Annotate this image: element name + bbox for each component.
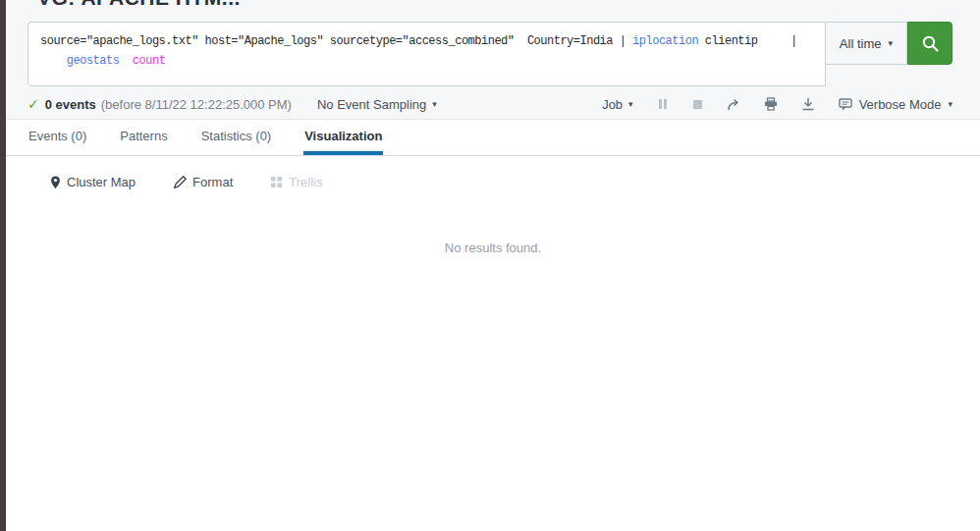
search-button[interactable] bbox=[907, 22, 953, 65]
job-status-bar: ✓ 0 events (before 8/11/22 12:22:25.000 … bbox=[27, 96, 953, 112]
viz-type-picker-cluster-map[interactable]: Cluster Map bbox=[50, 175, 136, 189]
format-button[interactable]: Format bbox=[173, 175, 233, 189]
spl-segment-command: geostats bbox=[67, 54, 120, 68]
map-pin-icon bbox=[50, 176, 61, 189]
search-bar: source="apache_logs.txt" host="Apache_lo… bbox=[27, 22, 953, 86]
magnifier-icon bbox=[921, 34, 940, 53]
download-icon[interactable] bbox=[801, 97, 815, 111]
job-controls: Job ▾ bbox=[602, 97, 953, 112]
event-count-detail: (before 8/11/22 12:22:25.000 PM) bbox=[101, 97, 292, 112]
pencil-icon bbox=[173, 176, 187, 189]
caret-down-icon: ▾ bbox=[948, 100, 953, 109]
search-mode-dropdown[interactable]: Verbose Mode ▾ bbox=[839, 97, 953, 112]
spl-segment: clientip | bbox=[698, 34, 797, 48]
viz-item-label: Format bbox=[192, 175, 233, 189]
results-tab-bar: Events (0) Patterns Statistics (0) Visua… bbox=[6, 120, 980, 156]
job-menu-label: Job bbox=[602, 97, 623, 112]
speech-bubble-icon bbox=[839, 98, 852, 111]
viz-item-label: Trellis bbox=[289, 175, 322, 189]
caret-down-icon: ▾ bbox=[888, 39, 893, 48]
time-range-picker[interactable]: All time ▾ bbox=[826, 22, 907, 65]
event-sampling-dropdown[interactable]: No Event Sampling ▾ bbox=[317, 97, 437, 112]
spl-segment: source="apache_logs.txt" host="Apache_lo… bbox=[40, 34, 632, 48]
spl-segment-modifier: count bbox=[133, 54, 166, 68]
job-menu[interactable]: Job ▾ bbox=[602, 97, 633, 112]
search-header-section: VG: APACHE HTM... source="apache_logs.tx… bbox=[6, 0, 980, 120]
visualization-toolbar: Cluster Map Format Trellis bbox=[6, 156, 980, 189]
search-mode-label: Verbose Mode bbox=[859, 97, 942, 112]
viz-item-label: Cluster Map bbox=[67, 175, 136, 189]
trellis-button: Trellis bbox=[270, 175, 322, 189]
event-sampling-label: No Event Sampling bbox=[317, 97, 426, 112]
tab-statistics[interactable]: Statistics (0) bbox=[200, 120, 273, 155]
share-icon[interactable] bbox=[727, 98, 740, 111]
caret-down-icon: ▾ bbox=[628, 100, 633, 109]
splunk-search-page: VG: APACHE HTM... source="apache_logs.tx… bbox=[6, 0, 980, 255]
stop-icon bbox=[692, 99, 703, 110]
tab-label: Statistics (0) bbox=[201, 129, 272, 143]
spl-segment bbox=[119, 54, 132, 68]
tab-patterns[interactable]: Patterns bbox=[119, 120, 168, 155]
time-range-label: All time bbox=[840, 36, 882, 51]
spl-query-text: source="apache_logs.txt" host="Apache_lo… bbox=[40, 31, 813, 71]
tab-label: Visualization bbox=[304, 129, 382, 143]
print-icon[interactable] bbox=[764, 97, 778, 111]
spl-segment bbox=[40, 54, 67, 68]
grid-icon bbox=[270, 176, 283, 188]
tab-label: Events (0) bbox=[28, 129, 86, 143]
no-results-message: No results found. bbox=[6, 240, 980, 255]
event-count: 0 events bbox=[45, 97, 96, 112]
search-query-input[interactable]: source="apache_logs.txt" host="Apache_lo… bbox=[27, 22, 826, 86]
tab-label: Patterns bbox=[120, 129, 167, 143]
caret-down-icon: ▾ bbox=[432, 100, 437, 109]
tab-events[interactable]: Events (0) bbox=[27, 120, 87, 155]
page-title: VG: APACHE HTM... bbox=[37, 0, 953, 12]
spl-segment-command: iplocation bbox=[632, 34, 698, 48]
check-icon: ✓ bbox=[27, 96, 39, 112]
window-edge-stripe bbox=[0, 0, 6, 531]
tab-visualization[interactable]: Visualization bbox=[303, 120, 383, 155]
pause-icon bbox=[657, 98, 669, 110]
